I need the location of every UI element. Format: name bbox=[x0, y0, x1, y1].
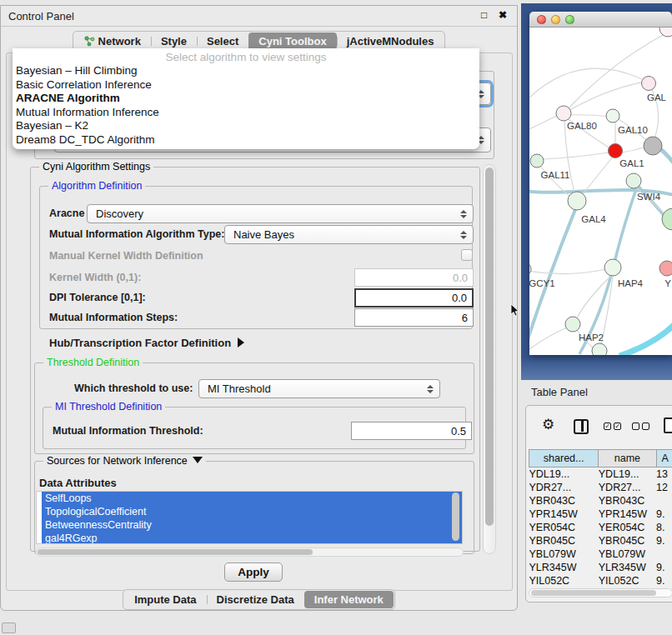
panel-corner-chip[interactable] bbox=[2, 622, 16, 633]
apply-button[interactable]: Apply bbox=[224, 562, 283, 582]
network-node[interactable] bbox=[662, 208, 672, 230]
network-node-gal1[interactable] bbox=[609, 144, 623, 158]
table-row[interactable]: YBR043CYBR043C bbox=[529, 494, 672, 508]
network-edge[interactable] bbox=[564, 82, 646, 113]
network-node-y[interactable] bbox=[659, 261, 672, 276]
column-header-name[interactable]: name bbox=[599, 450, 656, 468]
table-cell: YBR043C bbox=[599, 494, 656, 508]
gear-icon[interactable]: ⚙ bbox=[542, 416, 554, 433]
network-edge[interactable] bbox=[529, 68, 642, 98]
network-edge[interactable] bbox=[544, 152, 609, 159]
tab-style[interactable]: Style bbox=[151, 32, 197, 50]
deselect-all-checkboxes-icon[interactable] bbox=[632, 422, 649, 430]
table-row[interactable]: YDR27...YDR27...12 bbox=[529, 481, 672, 494]
data-attributes-label: Data Attributes bbox=[39, 477, 117, 489]
attribute-list-item[interactable]: gal4RGexp bbox=[42, 532, 462, 544]
tab-network[interactable]: Network bbox=[74, 32, 151, 50]
sources-title[interactable]: Sources for Network Inference bbox=[43, 455, 206, 467]
algorithm-popup-placeholder: Select algorithm to view settings bbox=[13, 48, 479, 64]
table-row[interactable]: YER054CYER054C8. bbox=[529, 521, 672, 534]
scrollbar-thumb[interactable] bbox=[531, 590, 656, 596]
network-edge[interactable] bbox=[529, 328, 567, 349]
attributes-vertical-scrollbar[interactable] bbox=[452, 492, 459, 541]
tab-infer-network[interactable]: Infer Network bbox=[304, 591, 394, 608]
tab-jactivemnodules[interactable]: jActiveMNodules bbox=[337, 32, 444, 50]
network-node-swi4[interactable] bbox=[626, 173, 641, 188]
mi-threshold-field[interactable]: 0.5 bbox=[351, 422, 472, 440]
kernel-width-field[interactable]: 0.0 bbox=[354, 268, 474, 287]
table-cell: 9. bbox=[656, 508, 672, 521]
manual-kernel-width-checkbox[interactable] bbox=[461, 249, 473, 261]
network-node-gal4[interactable] bbox=[568, 192, 586, 210]
network-graph[interactable]: GALGAL80GAL10GAL1GAL11SWI4GAL4GCY1HAP4YH… bbox=[529, 28, 672, 355]
zoom-traffic-light-icon[interactable] bbox=[565, 15, 574, 24]
which-threshold-label: Which threshold to use: bbox=[74, 382, 193, 394]
table-row[interactable]: YPR145WYPR145W9. bbox=[529, 508, 672, 521]
network-node[interactable] bbox=[659, 28, 672, 37]
scrollbar-thumb[interactable] bbox=[38, 549, 313, 555]
network-node-gcy1[interactable] bbox=[529, 262, 531, 276]
attribute-list-item[interactable]: BetweennessCentrality bbox=[42, 518, 462, 532]
algorithm-option[interactable]: Basic Correlation Inference bbox=[13, 78, 479, 92]
network-canvas[interactable]: GALGAL80GAL10GAL1GAL11SWI4GAL4GCY1HAP4YH… bbox=[529, 28, 672, 355]
table-row[interactable]: YLR345WYLR345W9. bbox=[529, 561, 672, 574]
table-row[interactable]: YDL19...YDL19...13 bbox=[529, 468, 672, 481]
network-edge[interactable] bbox=[566, 115, 610, 117]
network-node-hap4[interactable] bbox=[604, 259, 621, 276]
table-row[interactable]: YBL079WYBL079W bbox=[529, 548, 672, 561]
select-all-checkboxes-icon[interactable]: ✓✓ bbox=[604, 422, 621, 430]
file-icon[interactable] bbox=[664, 418, 672, 433]
tab-cyni-toolbox[interactable]: Cyni Toolbox bbox=[248, 32, 336, 50]
tab-impute-data[interactable]: Impute Data bbox=[124, 591, 206, 608]
float-window-icon[interactable]: □ bbox=[481, 9, 487, 21]
network-node-gal10[interactable] bbox=[606, 109, 619, 122]
network-edge[interactable] bbox=[614, 184, 638, 266]
close-traffic-light-icon[interactable] bbox=[537, 15, 546, 24]
network-node-gal11[interactable] bbox=[530, 154, 544, 168]
algorithm-option[interactable]: Bayesian – Hill Climbing bbox=[13, 64, 479, 78]
network-node-label: GAL11 bbox=[541, 170, 570, 180]
attribute-list-item[interactable]: SelfLoops bbox=[42, 492, 462, 505]
tab-jactivemnodules-label: jActiveMNodules bbox=[347, 35, 434, 48]
mouse-cursor bbox=[510, 303, 520, 318]
network-node[interactable] bbox=[592, 343, 607, 355]
network-node-hap2[interactable] bbox=[565, 317, 580, 332]
chevron-right-icon bbox=[238, 338, 244, 348]
network-edge[interactable] bbox=[649, 83, 659, 138]
which-threshold-combobox[interactable]: MI Threshold bbox=[198, 379, 440, 398]
table-row[interactable]: YBR045CYBR045C9. bbox=[529, 534, 672, 548]
columns-icon[interactable] bbox=[574, 419, 589, 434]
network-node[interactable] bbox=[644, 137, 662, 155]
dpi-tolerance-field[interactable]: 0.0 bbox=[354, 288, 474, 308]
algorithm-option[interactable]: Mutual Information Inference bbox=[13, 106, 479, 120]
data-attributes-list[interactable]: SelfLoopsTopologicalCoefficientBetweenne… bbox=[36, 491, 463, 544]
column-header-partial[interactable]: A bbox=[656, 450, 672, 468]
close-window-icon[interactable]: ✖ bbox=[499, 9, 507, 21]
mi-algorithm-type-combobox[interactable]: Naive Bayes bbox=[224, 225, 474, 244]
algorithm-option[interactable]: Dream8 DC_TDC Algorithm bbox=[13, 133, 479, 148]
algorithm-option[interactable]: Bayesian – K2 bbox=[13, 119, 479, 133]
network-edge[interactable] bbox=[621, 148, 644, 152]
scrollbar-thumb[interactable] bbox=[485, 168, 494, 526]
attribute-list-item[interactable]: TopologicalCoefficient bbox=[42, 505, 462, 518]
table-horizontal-scrollbar[interactable] bbox=[529, 588, 672, 598]
hub-definition-toggle[interactable]: Hub/Transcription Factor Definition bbox=[49, 337, 244, 349]
network-edge[interactable] bbox=[619, 321, 672, 355]
column-header-shared-name[interactable]: shared... bbox=[529, 450, 599, 468]
network-node-gal80[interactable] bbox=[556, 106, 571, 121]
settings-vertical-scrollbar[interactable] bbox=[483, 164, 496, 554]
algorithm-option[interactable]: ARACNE Algorithm bbox=[13, 92, 479, 106]
network-icon bbox=[84, 36, 95, 47]
aracne-mode-combobox[interactable]: Discovery bbox=[87, 204, 474, 223]
mi-steps-field[interactable]: 6 bbox=[354, 308, 474, 327]
tab-select[interactable]: Select bbox=[197, 32, 248, 50]
minimize-traffic-light-icon[interactable] bbox=[551, 15, 560, 24]
network-edge[interactable] bbox=[529, 269, 606, 274]
network-node-gal[interactable] bbox=[642, 77, 656, 91]
tab-discretize-data[interactable]: Discretize Data bbox=[207, 591, 304, 608]
table-row[interactable]: YIL052CYIL052C9. bbox=[529, 574, 672, 588]
algorithm-dropdown-popup: Select algorithm to view settings Bayesi… bbox=[13, 48, 479, 149]
attributes-horizontal-scrollbar[interactable] bbox=[36, 548, 464, 557]
network-edge[interactable] bbox=[529, 116, 557, 129]
cyni-algorithm-settings-title: Cyni Algorithm Settings bbox=[39, 161, 153, 172]
